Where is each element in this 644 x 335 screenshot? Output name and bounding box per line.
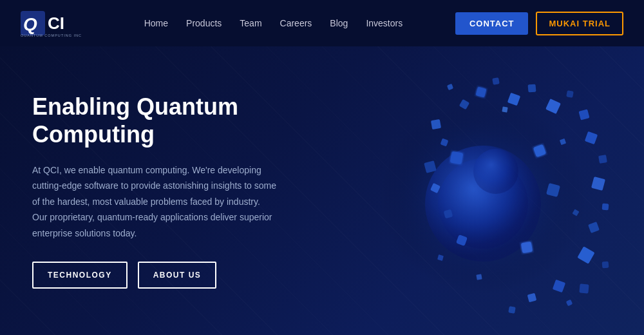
svg-rect-42	[476, 274, 482, 280]
svg-rect-36	[521, 242, 533, 254]
nav-links: Home Products Team Careers Blog Investor…	[144, 18, 402, 28]
hero-visual	[348, 55, 618, 326]
nav-home[interactable]: Home	[144, 18, 168, 28]
hero-description: At QCI, we enable quantum computing. We'…	[32, 162, 277, 242]
nav-products[interactable]: Products	[186, 18, 222, 28]
svg-rect-33	[450, 151, 464, 165]
technology-button[interactable]: TECHNOLOGY	[32, 262, 128, 289]
svg-text:CI: CI	[48, 14, 64, 33]
svg-rect-29	[431, 119, 441, 129]
svg-rect-27	[566, 300, 573, 307]
svg-point-7	[473, 149, 518, 194]
svg-rect-24	[553, 280, 566, 293]
nav-team[interactable]: Team	[240, 18, 261, 28]
svg-rect-8	[475, 86, 486, 97]
svg-rect-39	[502, 106, 507, 112]
nav-blog[interactable]: Blog	[330, 18, 348, 28]
svg-rect-25	[527, 293, 537, 303]
svg-rect-9	[492, 77, 500, 85]
hero-content: Enabling Quantum Computing At QCI, we en…	[0, 67, 309, 315]
svg-rect-22	[577, 246, 594, 263]
nav-careers[interactable]: Careers	[280, 18, 312, 28]
svg-rect-28	[579, 283, 589, 293]
svg-rect-23	[602, 262, 609, 269]
hero-title: Enabling Quantum Computing	[32, 93, 277, 148]
svg-rect-20	[602, 204, 609, 211]
svg-rect-26	[508, 306, 516, 314]
about-us-button[interactable]: ABOUT US	[138, 262, 217, 289]
contact-button[interactable]: CONTACT	[455, 12, 529, 35]
nav-investors[interactable]: Investors	[366, 18, 402, 28]
svg-rect-16	[447, 84, 453, 90]
logo-svg: Q CI QUANTUM COMPUTING INC	[21, 10, 91, 37]
svg-rect-19	[591, 177, 605, 191]
hero-buttons: TECHNOLOGY ABOUT US	[32, 262, 277, 289]
nav-buttons: CONTACT MUKAI TRIAL	[455, 12, 623, 35]
svg-rect-21	[588, 222, 600, 233]
svg-text:QUANTUM COMPUTING INC: QUANTUM COMPUTING INC	[21, 34, 82, 37]
svg-rect-14	[578, 109, 589, 120]
svg-rect-17	[585, 131, 598, 145]
svg-rect-12	[545, 99, 561, 114]
navbar: Q CI QUANTUM COMPUTING INC Home Products…	[0, 0, 644, 46]
svg-text:Q: Q	[23, 14, 37, 34]
logo-area: Q CI QUANTUM COMPUTING INC	[21, 10, 91, 37]
svg-rect-11	[527, 84, 536, 92]
mukai-trial-button[interactable]: MUKAI TRIAL	[536, 12, 623, 35]
cube-visualization	[348, 55, 618, 326]
svg-rect-13	[566, 90, 574, 98]
hero-section: Enabling Quantum Computing At QCI, we en…	[0, 46, 644, 335]
svg-rect-18	[598, 155, 607, 164]
